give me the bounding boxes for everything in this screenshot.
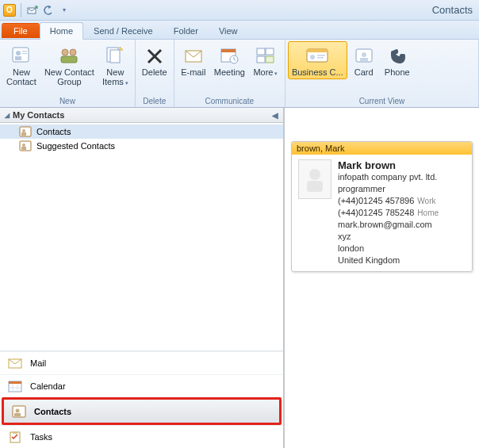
contact-work-phone: (+44)01245 457896Work [338,195,439,207]
send-receive-qat-icon[interactable] [26,4,39,17]
card-view-button[interactable]: Card [347,41,381,79]
email-icon [181,44,206,67]
new-items-icon [102,44,128,67]
qat-dropdown-icon[interactable]: ▾ [58,4,71,17]
business-card[interactable]: brown, Mark Mark brown infopath company … [291,141,473,272]
svg-rect-15 [257,48,265,55]
contact-email: mark.brown@gmail.com [338,219,439,231]
svg-rect-5 [22,53,27,54]
tab-home[interactable]: Home [40,22,83,40]
new-contact-group-button[interactable]: New Contact Group [40,41,98,89]
business-card-view-button[interactable]: Business C... [288,41,347,79]
group-communicate: E-mail Meeting More ▾ Communicate [174,40,285,107]
svg-rect-16 [266,48,274,55]
svg-rect-13 [221,49,236,52]
contact-name: Mark brown [338,159,439,171]
tree-item-contacts[interactable]: Contacts [0,124,283,139]
business-card-icon [305,44,330,67]
avatar-placeholder-icon [298,159,331,199]
svg-point-2 [16,51,21,56]
svg-rect-20 [307,49,328,52]
nav-mail[interactable]: Mail [0,351,283,374]
svg-point-25 [362,52,366,57]
delete-button[interactable]: Delete [138,41,171,79]
new-contact-button[interactable]: New Contact [2,41,40,89]
ribbon-tabs: File Home Send / Receive Folder View [0,21,479,40]
card-header: brown, Mark [292,142,472,155]
group-label-delete: Delete [136,96,174,107]
group-new: New Contact New Contact Group New Items … [0,40,136,107]
svg-rect-45 [307,181,323,192]
svg-rect-8 [61,56,77,63]
svg-rect-26 [360,58,368,61]
meeting-button[interactable]: Meeting [210,41,249,79]
tree-item-suggested[interactable]: Suggested Contacts [0,139,283,153]
svg-point-44 [309,169,320,180]
svg-rect-22 [317,55,325,56]
svg-rect-41 [14,413,21,416]
tab-send-receive[interactable]: Send / Receive [83,22,163,39]
new-items-button[interactable]: New Items ▾ [98,41,132,90]
ribbon: New Contact New Contact Group New Items … [0,40,479,108]
tab-folder[interactable]: Folder [163,22,209,39]
new-contact-icon [9,44,34,67]
svg-rect-3 [15,56,21,60]
navigation-pane: ◢ My Contacts ◀ Contacts Suggested Conta… [0,108,284,448]
tab-file[interactable]: File [2,23,40,38]
svg-point-7 [70,49,76,56]
tasks-icon [8,431,22,443]
undo-qat-icon[interactable] [42,4,55,17]
tree-item-label: Contacts [36,127,71,136]
contact-addr2: london [338,243,439,255]
calendar-icon [8,380,22,392]
nav-contacts[interactable]: Contacts [4,400,279,423]
contact-company: infopath company pvt. ltd. [338,171,439,183]
my-contacts-header[interactable]: ◢ My Contacts ◀ [0,108,283,123]
group-label-current-view: Current View [285,96,478,107]
group-current-view: Business C... Card Phone Current View [285,40,479,107]
svg-point-40 [16,409,20,413]
svg-rect-29 [21,132,26,136]
tree-item-label: Suggested Contacts [36,141,115,151]
svg-rect-10 [110,50,120,63]
svg-rect-35 [9,381,21,384]
svg-rect-18 [266,56,274,63]
svg-rect-17 [257,56,265,63]
contact-addr3: United Kingdom [338,255,439,266]
nav-tasks[interactable]: Tasks [0,425,283,448]
svg-rect-43 [13,431,17,434]
delete-icon [142,44,167,67]
phone-icon [385,44,410,67]
svg-rect-32 [21,147,26,150]
contact-addr1: xyz [338,231,439,243]
phone-view-button[interactable]: Phone [381,41,414,79]
svg-point-6 [62,49,68,56]
svg-point-28 [22,129,25,132]
email-button[interactable]: E-mail [177,41,210,79]
contacts-folder-icon [19,126,32,137]
meeting-icon [217,44,242,67]
collapse-pane-icon[interactable]: ◀ [272,111,278,120]
svg-rect-23 [317,57,324,59]
group-label-communicate: Communicate [174,96,285,107]
more-button[interactable]: More ▾ [249,41,282,81]
group-label-new: New [0,96,135,107]
card-icon [351,44,377,67]
contact-home-phone: (+44)01245 785248Home [338,207,439,219]
mail-icon [8,357,22,370]
svg-rect-4 [22,51,27,52]
contacts-view: brown, Mark Mark brown infopath company … [284,108,479,448]
contact-title: programmer [338,183,439,195]
window-title: Contacts [432,4,476,16]
tab-view[interactable]: View [209,22,248,39]
expand-icon: ◢ [5,112,10,119]
more-icon [253,44,278,67]
new-contact-group-icon [56,44,82,67]
highlight-box: Contacts [2,397,282,425]
suggested-contacts-icon [19,140,32,151]
contacts-nav-icon [12,405,26,418]
nav-calendar[interactable]: Calendar [0,374,283,397]
svg-point-21 [310,55,315,59]
group-delete: Delete Delete [136,40,174,107]
title-bar: O ▾ Contacts [0,0,479,21]
